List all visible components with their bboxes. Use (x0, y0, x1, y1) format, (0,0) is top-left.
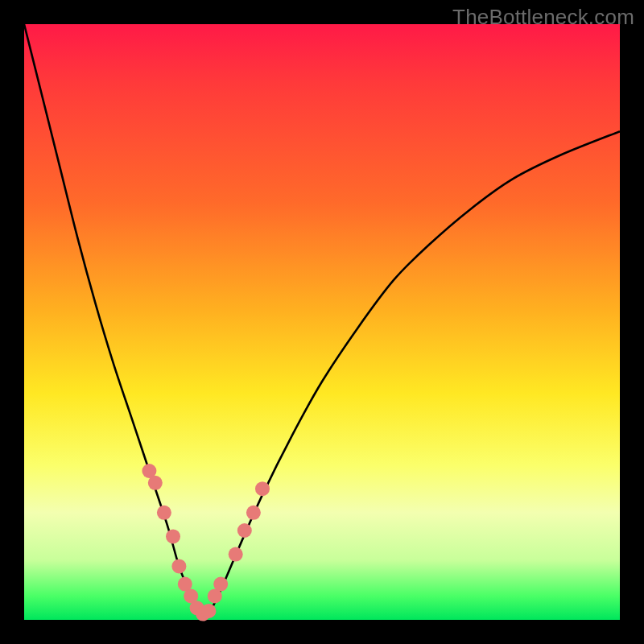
curve-svg (24, 24, 620, 620)
sample-dots (142, 464, 270, 621)
sample-dot (237, 523, 252, 538)
sample-dot (246, 506, 261, 520)
sample-dot (166, 529, 180, 543)
sample-dot (255, 481, 270, 496)
sample-dot (213, 577, 228, 592)
plot-area (24, 24, 620, 620)
sample-dot (157, 506, 171, 520)
bottleneck-curve (24, 24, 620, 620)
sample-dot (229, 547, 243, 562)
sample-dot (171, 559, 186, 573)
sample-dot (201, 604, 216, 618)
sample-dot (148, 476, 163, 490)
chart-frame: TheBottleneck.com (0, 0, 644, 644)
